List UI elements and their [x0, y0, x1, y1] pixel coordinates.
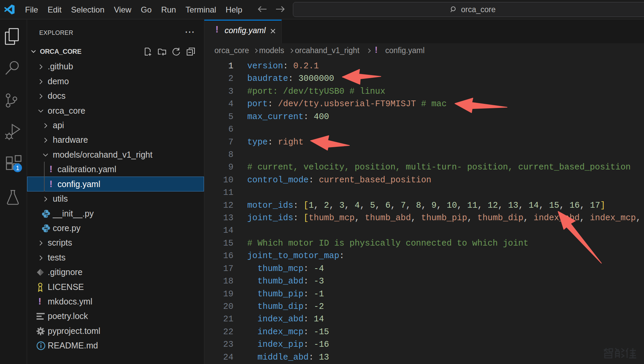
- svg-text:1: 1: [16, 165, 19, 172]
